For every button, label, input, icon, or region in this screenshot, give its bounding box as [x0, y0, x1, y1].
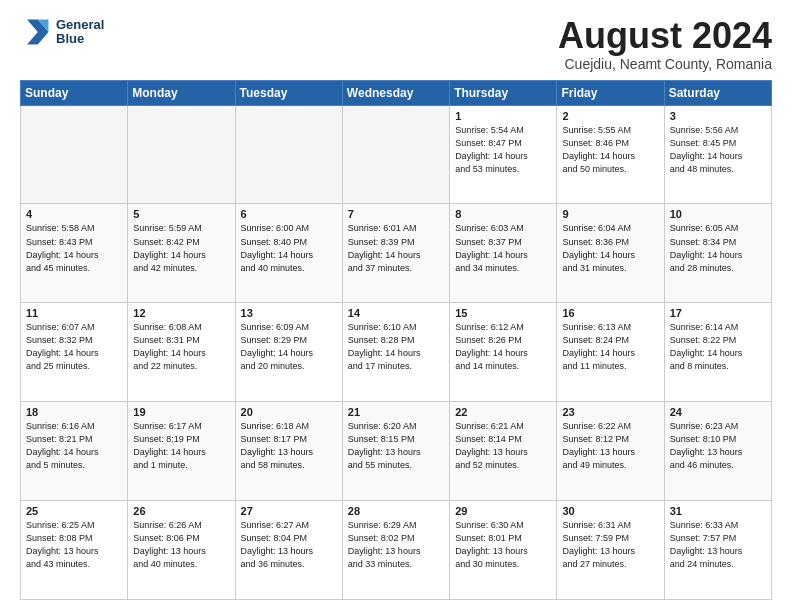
day-number: 27 — [241, 505, 337, 517]
day-info: Sunrise: 6:08 AM Sunset: 8:31 PM Dayligh… — [133, 321, 229, 373]
day-info: Sunrise: 6:25 AM Sunset: 8:08 PM Dayligh… — [26, 519, 122, 571]
title-block: August 2024 Cuejdiu, Neamt County, Roman… — [558, 16, 772, 72]
calendar-cell: 29Sunrise: 6:30 AM Sunset: 8:01 PM Dayli… — [450, 501, 557, 600]
calendar-cell: 18Sunrise: 6:16 AM Sunset: 8:21 PM Dayli… — [21, 402, 128, 501]
day-number: 30 — [562, 505, 658, 517]
calendar-cell: 21Sunrise: 6:20 AM Sunset: 8:15 PM Dayli… — [342, 402, 449, 501]
calendar-cell — [235, 105, 342, 204]
calendar-cell: 2Sunrise: 5:55 AM Sunset: 8:46 PM Daylig… — [557, 105, 664, 204]
day-info: Sunrise: 6:22 AM Sunset: 8:12 PM Dayligh… — [562, 420, 658, 472]
day-number: 5 — [133, 208, 229, 220]
logo: General Blue — [20, 16, 104, 48]
weekday-header-thursday: Thursday — [450, 80, 557, 105]
day-number: 1 — [455, 110, 551, 122]
day-info: Sunrise: 6:17 AM Sunset: 8:19 PM Dayligh… — [133, 420, 229, 472]
day-number: 2 — [562, 110, 658, 122]
day-number: 22 — [455, 406, 551, 418]
day-number: 3 — [670, 110, 766, 122]
location: Cuejdiu, Neamt County, Romania — [558, 56, 772, 72]
calendar-cell: 25Sunrise: 6:25 AM Sunset: 8:08 PM Dayli… — [21, 501, 128, 600]
day-info: Sunrise: 6:26 AM Sunset: 8:06 PM Dayligh… — [133, 519, 229, 571]
day-number: 23 — [562, 406, 658, 418]
calendar-cell: 31Sunrise: 6:33 AM Sunset: 7:57 PM Dayli… — [664, 501, 771, 600]
day-number: 18 — [26, 406, 122, 418]
day-number: 28 — [348, 505, 444, 517]
weekday-header-row: SundayMondayTuesdayWednesdayThursdayFrid… — [21, 80, 772, 105]
calendar-cell: 30Sunrise: 6:31 AM Sunset: 7:59 PM Dayli… — [557, 501, 664, 600]
day-info: Sunrise: 6:27 AM Sunset: 8:04 PM Dayligh… — [241, 519, 337, 571]
day-info: Sunrise: 6:04 AM Sunset: 8:36 PM Dayligh… — [562, 222, 658, 274]
calendar-cell: 28Sunrise: 6:29 AM Sunset: 8:02 PM Dayli… — [342, 501, 449, 600]
weekday-header-monday: Monday — [128, 80, 235, 105]
day-info: Sunrise: 5:55 AM Sunset: 8:46 PM Dayligh… — [562, 124, 658, 176]
week-row-1: 1Sunrise: 5:54 AM Sunset: 8:47 PM Daylig… — [21, 105, 772, 204]
day-info: Sunrise: 6:33 AM Sunset: 7:57 PM Dayligh… — [670, 519, 766, 571]
calendar-cell — [342, 105, 449, 204]
day-number: 29 — [455, 505, 551, 517]
calendar-cell: 13Sunrise: 6:09 AM Sunset: 8:29 PM Dayli… — [235, 303, 342, 402]
calendar-cell: 27Sunrise: 6:27 AM Sunset: 8:04 PM Dayli… — [235, 501, 342, 600]
calendar-cell: 5Sunrise: 5:59 AM Sunset: 8:42 PM Daylig… — [128, 204, 235, 303]
calendar-cell: 16Sunrise: 6:13 AM Sunset: 8:24 PM Dayli… — [557, 303, 664, 402]
week-row-2: 4Sunrise: 5:58 AM Sunset: 8:43 PM Daylig… — [21, 204, 772, 303]
calendar-cell — [128, 105, 235, 204]
calendar-cell: 4Sunrise: 5:58 AM Sunset: 8:43 PM Daylig… — [21, 204, 128, 303]
day-info: Sunrise: 6:09 AM Sunset: 8:29 PM Dayligh… — [241, 321, 337, 373]
day-number: 11 — [26, 307, 122, 319]
day-number: 12 — [133, 307, 229, 319]
calendar-cell: 9Sunrise: 6:04 AM Sunset: 8:36 PM Daylig… — [557, 204, 664, 303]
calendar-cell: 11Sunrise: 6:07 AM Sunset: 8:32 PM Dayli… — [21, 303, 128, 402]
month-title: August 2024 — [558, 16, 772, 56]
day-number: 16 — [562, 307, 658, 319]
day-number: 8 — [455, 208, 551, 220]
calendar-cell: 22Sunrise: 6:21 AM Sunset: 8:14 PM Dayli… — [450, 402, 557, 501]
day-info: Sunrise: 6:00 AM Sunset: 8:40 PM Dayligh… — [241, 222, 337, 274]
calendar-cell: 14Sunrise: 6:10 AM Sunset: 8:28 PM Dayli… — [342, 303, 449, 402]
header: General Blue August 2024 Cuejdiu, Neamt … — [20, 16, 772, 72]
day-info: Sunrise: 6:10 AM Sunset: 8:28 PM Dayligh… — [348, 321, 444, 373]
week-row-3: 11Sunrise: 6:07 AM Sunset: 8:32 PM Dayli… — [21, 303, 772, 402]
calendar-cell: 15Sunrise: 6:12 AM Sunset: 8:26 PM Dayli… — [450, 303, 557, 402]
calendar-cell: 24Sunrise: 6:23 AM Sunset: 8:10 PM Dayli… — [664, 402, 771, 501]
day-number: 24 — [670, 406, 766, 418]
logo-text: General Blue — [56, 18, 104, 47]
day-number: 9 — [562, 208, 658, 220]
calendar-cell: 10Sunrise: 6:05 AM Sunset: 8:34 PM Dayli… — [664, 204, 771, 303]
day-number: 31 — [670, 505, 766, 517]
day-number: 20 — [241, 406, 337, 418]
day-info: Sunrise: 6:05 AM Sunset: 8:34 PM Dayligh… — [670, 222, 766, 274]
day-info: Sunrise: 6:07 AM Sunset: 8:32 PM Dayligh… — [26, 321, 122, 373]
week-row-5: 25Sunrise: 6:25 AM Sunset: 8:08 PM Dayli… — [21, 501, 772, 600]
calendar-table: SundayMondayTuesdayWednesdayThursdayFrid… — [20, 80, 772, 600]
day-number: 4 — [26, 208, 122, 220]
day-number: 25 — [26, 505, 122, 517]
day-number: 17 — [670, 307, 766, 319]
day-info: Sunrise: 6:30 AM Sunset: 8:01 PM Dayligh… — [455, 519, 551, 571]
day-number: 14 — [348, 307, 444, 319]
logo-line2: Blue — [56, 32, 104, 46]
day-info: Sunrise: 5:54 AM Sunset: 8:47 PM Dayligh… — [455, 124, 551, 176]
day-number: 13 — [241, 307, 337, 319]
calendar-cell: 17Sunrise: 6:14 AM Sunset: 8:22 PM Dayli… — [664, 303, 771, 402]
day-info: Sunrise: 6:12 AM Sunset: 8:26 PM Dayligh… — [455, 321, 551, 373]
weekday-header-saturday: Saturday — [664, 80, 771, 105]
week-row-4: 18Sunrise: 6:16 AM Sunset: 8:21 PM Dayli… — [21, 402, 772, 501]
calendar-cell: 19Sunrise: 6:17 AM Sunset: 8:19 PM Dayli… — [128, 402, 235, 501]
day-info: Sunrise: 6:31 AM Sunset: 7:59 PM Dayligh… — [562, 519, 658, 571]
day-number: 10 — [670, 208, 766, 220]
day-info: Sunrise: 6:23 AM Sunset: 8:10 PM Dayligh… — [670, 420, 766, 472]
calendar-cell: 7Sunrise: 6:01 AM Sunset: 8:39 PM Daylig… — [342, 204, 449, 303]
weekday-header-wednesday: Wednesday — [342, 80, 449, 105]
logo-icon — [20, 16, 52, 48]
day-info: Sunrise: 6:13 AM Sunset: 8:24 PM Dayligh… — [562, 321, 658, 373]
calendar-cell — [21, 105, 128, 204]
day-number: 6 — [241, 208, 337, 220]
calendar-cell: 6Sunrise: 6:00 AM Sunset: 8:40 PM Daylig… — [235, 204, 342, 303]
weekday-header-tuesday: Tuesday — [235, 80, 342, 105]
day-number: 26 — [133, 505, 229, 517]
day-info: Sunrise: 6:16 AM Sunset: 8:21 PM Dayligh… — [26, 420, 122, 472]
calendar-cell: 23Sunrise: 6:22 AM Sunset: 8:12 PM Dayli… — [557, 402, 664, 501]
day-info: Sunrise: 5:58 AM Sunset: 8:43 PM Dayligh… — [26, 222, 122, 274]
day-number: 21 — [348, 406, 444, 418]
day-info: Sunrise: 6:21 AM Sunset: 8:14 PM Dayligh… — [455, 420, 551, 472]
